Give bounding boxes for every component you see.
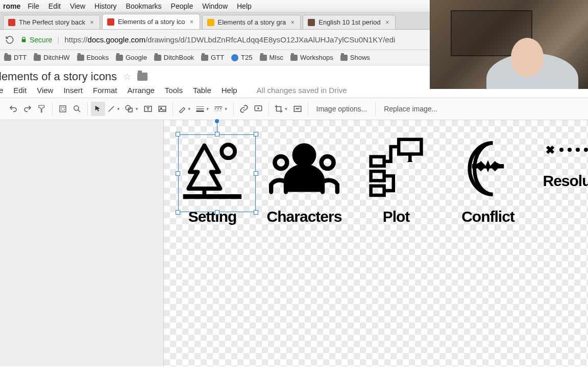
bookmark-misc[interactable]: MIsc [260,54,283,61]
close-icon[interactable]: × [289,19,296,26]
story-label: Plot [383,208,410,225]
resize-handle[interactable] [176,171,180,176]
border-color-icon[interactable]: ▼ [176,102,193,116]
selection-handles[interactable] [178,134,256,212]
folder-icon [340,55,348,61]
image-options-button[interactable]: Image options... [311,102,373,116]
story-label: Conflict [461,208,514,225]
close-icon[interactable]: × [88,19,95,26]
drawing-canvas[interactable]: Setting Characters [163,120,588,366]
bookmark-google[interactable]: Google [116,54,147,61]
redo-icon[interactable] [20,102,35,116]
close-icon[interactable]: × [188,18,195,26]
reset-image-icon[interactable] [290,102,305,116]
mac-menu-bookmarks[interactable]: Bookmarks [126,2,162,10]
svg-point-21 [568,148,572,152]
select-tool-icon[interactable] [91,102,105,116]
undo-icon[interactable] [6,102,20,116]
resize-handle[interactable] [215,210,219,215]
address-bar[interactable]: https://docs.google.com/drawings/d/1DWLb… [65,35,396,44]
resize-handle[interactable] [254,210,258,215]
bookmark-ditchbook[interactable]: DitchBook [154,54,194,61]
resize-handle[interactable] [254,132,258,136]
line-tool-icon[interactable]: ▼ [105,102,122,116]
mac-menu-history[interactable]: History [94,2,117,10]
story-item-resolution[interactable]: Resolution [542,130,588,225]
resize-handle[interactable] [215,132,219,136]
mac-menu-file[interactable]: File [28,2,39,10]
browser-tab-1[interactable]: Elements of a story ico × [102,14,200,29]
story-item-plot[interactable]: Plot [358,130,434,225]
webcam-overlay [430,0,588,89]
border-weight-icon[interactable]: ▼ [193,102,212,116]
svg-rect-1 [61,107,64,110]
mac-menu-edit[interactable]: Edit [48,2,61,10]
svg-point-20 [559,148,564,152]
tab-label: Elements of a story ico [118,18,185,26]
bookmark-shows[interactable]: Shows [340,54,370,61]
image-tool-icon[interactable] [155,102,169,116]
zoom-fit-icon[interactable] [56,102,70,116]
doc-menu-help[interactable]: Help [222,86,237,95]
doc-menu-table[interactable]: Table [193,86,211,95]
browser-tab-0[interactable]: The Perfect story back × [3,15,100,29]
svg-point-14 [275,156,287,169]
browser-tab-2[interactable]: Elements of a story gra × [202,15,301,29]
docs-app: lements of a story icons ☆ e Edit View I… [0,65,588,366]
border-dash-icon[interactable]: ▼ [212,102,230,116]
resize-handle[interactable] [176,132,180,136]
mac-menu-view[interactable]: View [70,2,85,10]
doc-menu-arrange[interactable]: Arrange [127,86,154,95]
close-icon[interactable]: × [384,19,391,26]
mac-menu-people[interactable]: People [171,2,193,10]
folder-icon [34,55,41,61]
replace-image-button[interactable]: Replace image... [379,102,443,116]
folder-icon [77,55,84,61]
svg-rect-0 [60,106,66,112]
story-item-characters[interactable]: Characters [266,130,342,225]
doc-menu-file[interactable]: e [0,86,3,95]
favicon-icon [307,18,315,27]
mac-menu-help[interactable]: Help [237,2,252,10]
move-to-folder-icon[interactable] [137,73,148,81]
resize-handle[interactable] [254,171,258,176]
favicon-icon [207,18,215,27]
bookmark-t25[interactable]: T25 [231,54,252,61]
doc-menu-insert[interactable]: Insert [63,86,83,95]
shape-tool-icon[interactable]: ▼ [122,102,141,116]
svg-point-23 [584,148,588,152]
folder-icon [116,55,123,61]
comment-icon[interactable] [251,102,265,116]
story-item-conflict[interactable]: Conflict [450,130,526,225]
svg-rect-17 [371,157,384,166]
bookmark-gtt[interactable]: GTT [201,54,224,61]
characters-icon [266,130,342,207]
paint-format-icon[interactable] [35,102,49,116]
doc-menu-tools[interactable]: Tools [165,86,183,95]
bookmark-workshops[interactable]: Workshops [290,54,333,61]
browser-tab-3[interactable]: English 10 1st period × [303,15,395,29]
bookmark-ebooks[interactable]: Ebooks [77,54,109,61]
doc-menu-edit[interactable]: Edit [13,86,27,95]
secure-badge: Secure [20,36,52,44]
folder-icon [4,55,11,61]
tab-label: English 10 1st period [318,18,380,26]
folder-icon [154,55,161,61]
mac-menu-window[interactable]: Window [202,2,228,10]
bookmark-dtt[interactable]: DTT [4,54,27,61]
zoom-icon[interactable] [70,102,84,116]
plot-icon [358,130,434,207]
svg-point-22 [576,148,580,152]
resize-handle[interactable] [176,210,180,215]
star-icon[interactable]: ☆ [123,71,131,82]
doc-menu-format[interactable]: Format [93,86,117,95]
doc-title[interactable]: lements of a story icons [0,70,117,83]
doc-menu-view[interactable]: View [37,86,53,95]
rotate-handle-icon[interactable] [215,119,219,123]
reload-icon[interactable] [4,34,15,45]
bookmark-ditchhw[interactable]: DitchHW [34,54,69,61]
textbox-tool-icon[interactable] [141,102,155,116]
link-icon[interactable] [237,102,251,116]
story-label: Characters [267,208,342,225]
crop-icon[interactable]: ▼ [272,102,290,116]
